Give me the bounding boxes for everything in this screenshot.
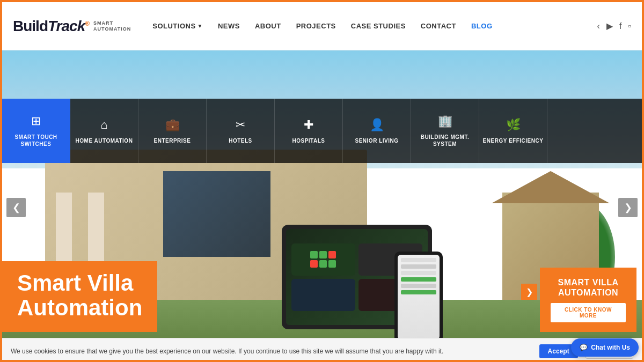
cat-label-0: SMART TOUCH SWITCHES	[2, 134, 70, 147]
cat-label-6: BUILDING MGMT. SYSTEM	[411, 134, 479, 147]
house-window	[163, 171, 270, 257]
chat-icon: 💬	[580, 344, 588, 351]
hero-title-line2: Automation	[17, 295, 142, 320]
nav-blog[interactable]: BLOG	[471, 22, 493, 30]
facebook-icon[interactable]: f	[619, 21, 621, 31]
phone-frame	[394, 252, 443, 343]
promo-cta-button[interactable]: CLICK TO KNOW MORE	[551, 303, 626, 322]
hospitals-icon: ✚	[304, 118, 313, 132]
enterprise-icon: 💼	[165, 118, 180, 132]
cat-label-4: HOSPITALS	[292, 137, 325, 144]
nav-news[interactable]: NEWS	[218, 22, 240, 30]
hero-section: ⊞ SMART TOUCH SWITCHES ⌂ HOME AUTOMATION…	[2, 50, 642, 362]
social-icons: ‹ ▶ f ▫	[597, 21, 631, 31]
phone-screen	[398, 255, 440, 339]
slider-arrow-right[interactable]: ❯	[618, 198, 638, 217]
logo[interactable]: BuildTrack® SMART AUTOMATION	[13, 18, 131, 35]
cat-energy-efficiency[interactable]: 🌿 ENERGY EFFICIENCY	[479, 99, 547, 163]
nav-contact[interactable]: CONTACT	[421, 22, 456, 30]
nav-about[interactable]: ABOUT	[255, 22, 281, 30]
cat-enterprise[interactable]: 💼 ENTERPRISE	[138, 99, 207, 163]
building-icon: 🏢	[438, 114, 452, 128]
brand-name: BuildTrack®	[13, 18, 89, 35]
chevron-left-icon[interactable]: ‹	[597, 21, 600, 31]
cat-senior-living[interactable]: 👤 SENIOR LIVING	[343, 99, 411, 163]
chat-button[interactable]: 💬 Chat with Us	[571, 338, 639, 357]
cookie-message: We use cookies to ensure that we give yo…	[11, 348, 532, 355]
cat-label-2: ENTERPRISE	[154, 137, 191, 144]
brand-subtitle: SMART AUTOMATION	[93, 20, 131, 32]
nav-solutions[interactable]: SOLUTIONS ▼	[152, 22, 203, 30]
header: BuildTrack® SMART AUTOMATION SOLUTIONS ▼…	[2, 2, 642, 50]
cat-label-3: HOTELS	[229, 137, 252, 144]
hero-title-line1: Smart Villa	[17, 270, 133, 295]
cat-label-7: ENERGY EFFICIENCY	[483, 137, 544, 144]
main-nav: SOLUTIONS ▼ NEWS ABOUT PROJECTS CASE STU…	[152, 22, 591, 30]
promo-box: SMART VILLA AUTOMATION CLICK TO KNOW MOR…	[540, 268, 636, 332]
house-roof-right	[492, 171, 610, 203]
cat-label-1: HOME AUTOMATION	[76, 137, 133, 144]
slider-arrow-left[interactable]: ❮	[6, 198, 26, 217]
nav-case-studies[interactable]: CASE STUDIES	[351, 22, 406, 30]
instagram-icon[interactable]: ▫	[628, 21, 631, 31]
category-bar: ⊞ SMART TOUCH SWITCHES ⌂ HOME AUTOMATION…	[2, 99, 642, 163]
cat-hotels[interactable]: ✂ HOTELS	[207, 99, 275, 163]
cookie-bar: We use cookies to ensure that we give yo…	[2, 338, 642, 362]
home-icon: ⌂	[100, 118, 107, 132]
energy-icon: 🌿	[506, 118, 521, 132]
device-mockup	[271, 225, 443, 343]
hero-title-banner: Smart Villa Automation	[2, 261, 157, 332]
promo-arrow[interactable]: ❯	[521, 284, 537, 300]
hero-title: Smart Villa Automation	[17, 271, 142, 320]
cat-home-automation[interactable]: ⌂ HOME AUTOMATION	[70, 99, 138, 163]
cat-building-mgmt[interactable]: 🏢 BUILDING MGMT. SYSTEM	[411, 99, 479, 163]
youtube-icon[interactable]: ▶	[606, 21, 613, 31]
nav-projects[interactable]: PROJECTS	[296, 22, 336, 30]
cat-smart-touch-switches[interactable]: ⊞ SMART TOUCH SWITCHES	[2, 99, 70, 163]
cat-label-5: SENIOR LIVING	[355, 137, 399, 144]
hotels-icon: ✂	[236, 118, 245, 132]
chat-label: Chat with Us	[591, 344, 630, 351]
promo-title: SMART VILLA AUTOMATION	[551, 277, 626, 298]
senior-icon: 👤	[370, 118, 384, 132]
touch-switches-icon: ⊞	[31, 114, 41, 128]
cat-hospitals[interactable]: ✚ HOSPITALS	[275, 99, 343, 163]
